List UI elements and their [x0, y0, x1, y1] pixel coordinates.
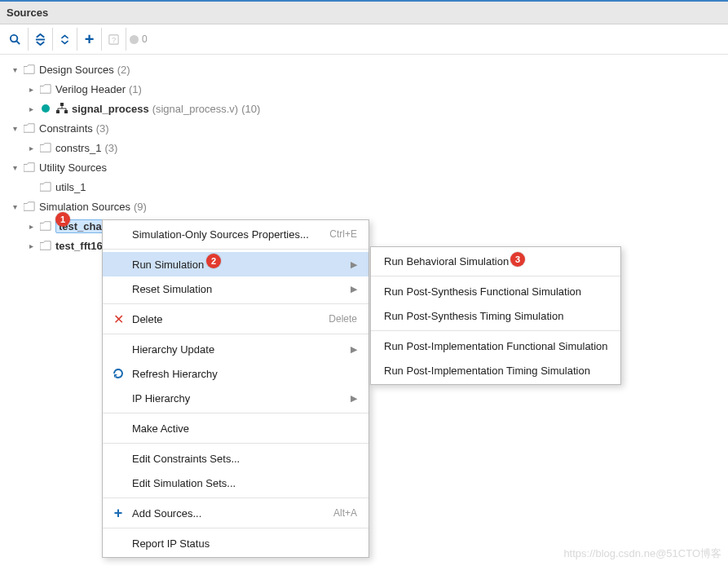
tree-node-utility[interactable]: ▾ Utility Sources	[3, 157, 725, 177]
menu-label: Run Behavioral Simulation	[379, 255, 609, 268]
add-icon[interactable]: +	[77, 28, 99, 51]
tree-label: Constraints	[39, 122, 93, 135]
collapse-all-icon[interactable]	[28, 28, 51, 51]
chevron-down-icon[interactable]: ▾	[8, 161, 21, 174]
tree-label: Verilog Header	[55, 83, 126, 95]
submenu-run-simulation: Run Behavioral Simulation Run Post-Synth…	[370, 246, 621, 385]
chevron-right-icon[interactable]: ▸	[24, 219, 38, 232]
menu-run-behavioral[interactable]: Run Behavioral Simulation	[371, 249, 620, 273]
chevron-down-icon[interactable]: ▾	[8, 63, 21, 76]
menu-reset-simulation[interactable]: Reset Simulation ▶	[103, 276, 368, 301]
menu-label: Run Post-Implementation Timing Simulatio…	[379, 365, 609, 377]
menu-label: Add Sources...	[132, 507, 327, 520]
menu-label: Run Post-Implementation Functional Simul…	[379, 340, 609, 352]
svg-point-0	[10, 34, 16, 41]
svg-text:?: ?	[112, 36, 116, 44]
folder-icon	[23, 161, 36, 174]
tree-spacer	[24, 180, 38, 193]
chevron-right-icon[interactable]: ▸	[24, 239, 38, 252]
expand-all-icon[interactable]	[52, 28, 75, 51]
menu-separator	[371, 276, 620, 276]
menu-label: Edit Simulation Sets...	[132, 477, 357, 489]
menu-delete[interactable]: ✕ Delete Delete	[103, 307, 368, 331]
chevron-right-icon[interactable]: ▸	[24, 141, 38, 154]
annotation-badge-2: 2	[206, 254, 221, 268]
menu-run-pi-timing[interactable]: Run Post-Implementation Timing Simulatio…	[371, 358, 620, 382]
svg-line-1	[16, 41, 20, 44]
chevron-right-icon[interactable]: ▸	[24, 102, 38, 115]
status-dot-icon	[126, 28, 140, 51]
menu-run-ps-timing[interactable]: Run Post-Synthesis Timing Simulation	[371, 303, 620, 328]
menu-ip-hierarchy[interactable]: IP Hierarchy ▶	[103, 386, 368, 410]
folder-icon	[23, 200, 36, 213]
menu-label: IP Hierarchy	[132, 392, 329, 405]
menu-label: Run Post-Synthesis Functional Simulation	[379, 285, 609, 298]
tree-node-utils1[interactable]: utils_1	[3, 177, 725, 197]
menu-refresh-hierarchy[interactable]: Refresh Hierarchy	[103, 361, 368, 386]
svg-rect-7	[64, 110, 68, 113]
menu-hierarchy-update[interactable]: Hierarchy Update ▶	[103, 337, 368, 361]
folder-icon	[23, 63, 36, 76]
menu-label: Reset Simulation	[132, 283, 329, 295]
menu-add-sources[interactable]: + Add Sources... Alt+A	[103, 501, 368, 525]
tree-file: (signal_process.v)	[152, 103, 239, 115]
hierarchy-icon	[55, 102, 68, 115]
chevron-right-icon[interactable]: ▸	[24, 82, 38, 95]
panel-title: Sources	[0, 2, 728, 24]
submenu-arrow-icon: ▶	[336, 344, 357, 355]
menu-edit-constraints[interactable]: Edit Constraints Sets...	[103, 446, 368, 471]
menu-label: Edit Constraints Sets...	[132, 453, 357, 465]
menu-separator	[103, 443, 368, 444]
chevron-down-icon[interactable]: ▾	[8, 122, 21, 135]
menu-label: Hierarchy Update	[132, 343, 329, 356]
tree-node-simulation-sources[interactable]: ▾ Simulation Sources (9)	[3, 197, 725, 216]
svg-rect-6	[56, 110, 60, 113]
tree-node-signal-process[interactable]: ▸ signal_process (signal_process.v) (10)	[3, 99, 725, 118]
tree-label: utils_1	[55, 181, 86, 193]
tree-node-constrs1[interactable]: ▸ constrs_1 (3)	[3, 138, 725, 157]
delete-icon: ✕	[111, 312, 126, 327]
tree-count: (9)	[134, 201, 147, 213]
tree-label: signal_process	[72, 103, 149, 115]
tree-count: (10)	[241, 103, 260, 115]
submenu-arrow-icon: ▶	[336, 284, 357, 294]
menu-label: Run Post-Synthesis Timing Simulation	[379, 310, 609, 322]
menu-report-ip-status[interactable]: Report IP Status	[103, 531, 368, 555]
submenu-arrow-icon: ▶	[336, 393, 357, 404]
top-module-icon	[39, 102, 52, 115]
menu-label: Report IP Status	[132, 537, 357, 550]
svg-rect-5	[60, 103, 64, 106]
tree-label: test_fft16	[55, 240, 103, 252]
tree-label: Design Sources	[39, 64, 114, 76]
help-icon[interactable]: ?	[101, 28, 124, 51]
menu-run-ps-functional[interactable]: Run Post-Synthesis Functional Simulation	[371, 279, 620, 303]
message-count: 0	[142, 33, 148, 45]
menu-label: Refresh Hierarchy	[132, 368, 357, 380]
chevron-down-icon[interactable]: ▾	[8, 200, 21, 213]
tree-label: constrs_1	[55, 142, 101, 154]
tree-label: Simulation Sources	[39, 201, 130, 213]
menu-separator	[103, 497, 368, 498]
tree-count: (1)	[129, 83, 142, 95]
menu-separator	[103, 413, 368, 413]
sources-toolbar: + ? 0	[0, 24, 728, 55]
folder-icon	[39, 180, 52, 193]
menu-make-active[interactable]: Make Active	[103, 416, 368, 440]
menu-separator	[103, 303, 368, 304]
search-icon[interactable]	[3, 28, 26, 51]
submenu-arrow-icon: ▶	[336, 259, 357, 270]
tree-node-verilog-header[interactable]: ▸ Verilog Header (1)	[3, 79, 725, 99]
menu-label: Simulation-Only Sources Properties...	[132, 228, 323, 241]
menu-separator	[103, 249, 368, 250]
add-icon: +	[111, 505, 126, 522]
tree-count: (3)	[104, 142, 117, 154]
tree-count: (2)	[117, 64, 130, 76]
menu-label: Run Simulation	[132, 259, 329, 271]
menu-run-pi-functional[interactable]: Run Post-Implementation Functional Simul…	[371, 334, 620, 358]
watermark-text: https://blog.csdn.ne@51CTO博客	[563, 546, 721, 561]
menu-edit-simulation-sets[interactable]: Edit Simulation Sets...	[103, 471, 368, 495]
menu-run-simulation[interactable]: Run Simulation ▶	[103, 252, 368, 276]
menu-sim-properties[interactable]: Simulation-Only Sources Properties... Ct…	[103, 222, 368, 246]
tree-node-design-sources[interactable]: ▾ Design Sources (2)	[3, 60, 725, 79]
tree-node-constraints[interactable]: ▾ Constraints (3)	[3, 118, 725, 138]
